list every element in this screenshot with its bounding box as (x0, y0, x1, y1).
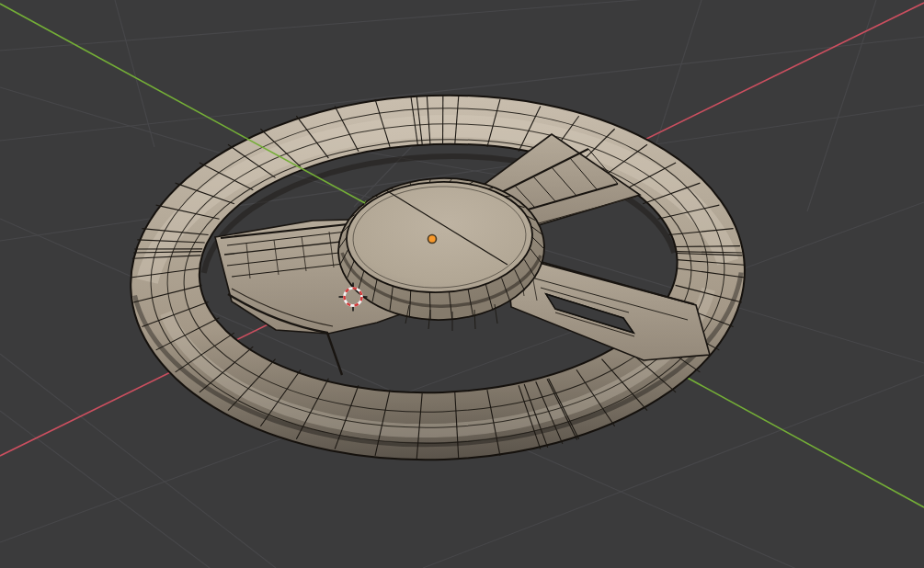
viewport-canvas[interactable] (0, 0, 924, 568)
object-origin-point (428, 235, 437, 244)
viewport-3d[interactable] (0, 0, 924, 568)
